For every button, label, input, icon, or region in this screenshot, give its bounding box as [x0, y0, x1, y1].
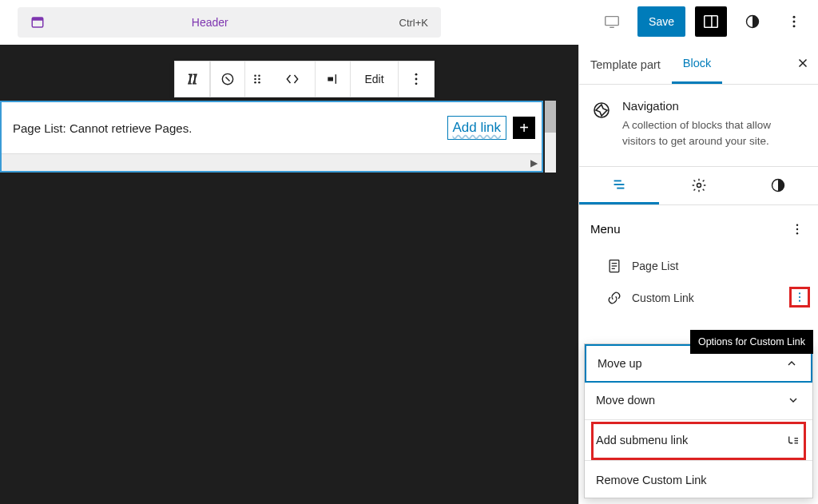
justify-button[interactable] — [316, 62, 351, 97]
menu-item-page-list[interactable]: Page List — [603, 250, 807, 282]
settings-sidebar: Template part Block Navigation A collect… — [578, 45, 818, 504]
command-shortcut: Ctrl+K — [399, 17, 428, 29]
navigation-icon — [592, 101, 611, 120]
svg-point-29 — [697, 184, 701, 188]
dropdown-label: Add submenu link — [596, 434, 688, 446]
save-button[interactable]: Save — [637, 6, 685, 37]
svg-rect-2 — [606, 17, 619, 26]
dropdown-remove[interactable]: Remove Custom Link — [585, 462, 812, 498]
menu-panel-header: Menu — [579, 205, 818, 247]
block-description: A collection of blocks that allow visito… — [622, 117, 805, 150]
drag-handle[interactable] — [245, 62, 269, 97]
page-list-icon — [606, 258, 622, 274]
svg-point-8 — [793, 21, 796, 23]
svg-point-22 — [415, 73, 418, 76]
svg-point-38 — [799, 292, 800, 294]
svg-point-17 — [258, 78, 260, 81]
menu-options-button[interactable] — [788, 220, 807, 239]
dropdown-separator — [585, 419, 812, 420]
block-title: Navigation — [622, 99, 805, 113]
dropdown-add-submenu[interactable]: Add submenu link — [585, 422, 812, 458]
chevron-down-icon — [785, 394, 801, 407]
page-list-text: Page List: Cannot retrieve Pages. — [13, 121, 447, 135]
svg-point-32 — [796, 228, 798, 229]
svg-point-18 — [254, 81, 256, 84]
svg-point-9 — [793, 25, 796, 27]
svg-point-31 — [796, 224, 798, 225]
custom-link-icon — [606, 290, 622, 306]
topbar-actions: Save — [596, 6, 810, 38]
select-parent-button[interactable] — [210, 62, 245, 97]
submenu-icon — [785, 433, 801, 447]
svg-point-23 — [415, 78, 418, 81]
canvas-visible-area: Page List: Cannot retrieve Pages. Add li… — [0, 101, 543, 173]
menu-item-custom-link[interactable]: Custom Link — [603, 282, 807, 314]
chevron-up-icon — [784, 357, 800, 370]
scroll-right-icon[interactable]: ▶ — [526, 157, 542, 169]
dropdown-move-down[interactable]: Move down — [585, 383, 812, 418]
editor-topbar: Header Ctrl+K Save — [0, 0, 818, 45]
more-options-button[interactable] — [778, 6, 810, 38]
block-more-options[interactable] — [399, 62, 434, 97]
custom-link-options-button[interactable] — [789, 287, 810, 308]
menu-item-label: Page List — [632, 260, 678, 272]
svg-line-13 — [226, 77, 230, 81]
view-button[interactable] — [596, 6, 628, 38]
tooltip-custom-link-options: Options for Custom Link — [690, 330, 813, 354]
menu-item-label: Custom Link — [632, 292, 694, 304]
block-toolbar: Edit — [174, 61, 435, 97]
styles-button[interactable] — [737, 6, 768, 38]
scrollbar-thumb[interactable] — [545, 101, 556, 133]
svg-rect-20 — [328, 77, 333, 81]
document-header-pill[interactable]: Header Ctrl+K — [18, 7, 441, 38]
subtab-styles[interactable] — [738, 167, 818, 204]
nav-block-icon[interactable] — [175, 62, 210, 97]
custom-link-dropdown: Move up Move down Add submenu link Remov… — [584, 343, 813, 498]
document-title: Header — [21, 16, 399, 29]
subtab-list-view[interactable] — [579, 167, 659, 204]
move-arrows[interactable] — [269, 62, 316, 97]
svg-point-24 — [415, 82, 418, 85]
close-sidebar-button[interactable] — [796, 56, 810, 70]
subtab-settings[interactable] — [659, 167, 739, 204]
add-link-button[interactable]: Add link — [447, 116, 506, 140]
block-subtabs — [579, 167, 818, 205]
block-info: Navigation A collection of blocks that a… — [579, 85, 818, 167]
svg-point-19 — [258, 81, 260, 84]
tab-block[interactable]: Block — [672, 45, 722, 84]
editor-canvas-wrap: Edit Page List: Cannot retrieve Pages. A… — [0, 45, 578, 504]
dropdown-separator — [585, 460, 812, 461]
svg-point-16 — [254, 78, 256, 81]
dropdown-label: Remove Custom Link — [596, 474, 707, 486]
tab-template-part[interactable]: Template part — [579, 45, 672, 84]
horizontal-scrollbar[interactable]: ▶ — [2, 153, 542, 171]
svg-point-14 — [254, 75, 256, 77]
svg-point-7 — [793, 16, 796, 18]
settings-toggle[interactable] — [695, 6, 727, 37]
svg-point-15 — [258, 75, 260, 77]
sidebar-tabs: Template part Block — [579, 45, 818, 85]
add-block-button[interactable]: + — [513, 117, 535, 139]
svg-rect-4 — [705, 16, 718, 28]
svg-point-33 — [796, 232, 798, 234]
dropdown-label: Move up — [598, 357, 642, 370]
dropdown-label: Move down — [596, 394, 655, 407]
svg-point-40 — [799, 300, 800, 301]
svg-point-39 — [799, 296, 800, 297]
vertical-scrollbar[interactable] — [545, 101, 556, 173]
menu-label: Menu — [590, 222, 621, 236]
menu-items-list: Page List Custom Link — [579, 247, 818, 320]
edit-button[interactable]: Edit — [351, 62, 399, 97]
navigation-block[interactable]: Page List: Cannot retrieve Pages. Add li… — [0, 101, 543, 173]
